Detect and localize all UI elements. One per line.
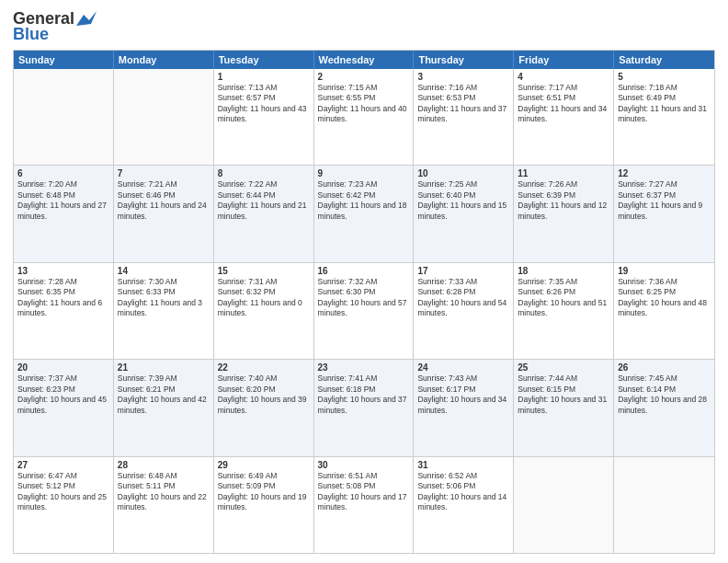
day-info: Sunrise: 7:27 AM Sunset: 6:37 PM Dayligh… [618,179,702,220]
day-info: Sunrise: 7:39 AM Sunset: 6:21 PM Dayligh… [118,373,207,414]
day-number: 1 [218,72,310,82]
calendar-cell: 16Sunrise: 7:32 AM Sunset: 6:30 PM Dayli… [314,263,415,359]
calendar-cell: 3Sunrise: 7:16 AM Sunset: 6:53 PM Daylig… [414,69,514,165]
logo-bird-icon [76,11,97,26]
calendar-cell: 30Sunrise: 6:51 AM Sunset: 5:08 PM Dayli… [314,457,415,553]
calendar-cell: 12Sunrise: 7:27 AM Sunset: 6:37 PM Dayli… [614,166,714,261]
calendar-cell: 20Sunrise: 7:37 AM Sunset: 6:23 PM Dayli… [14,360,114,455]
calendar-cell: 19Sunrise: 7:36 AM Sunset: 6:25 PM Dayli… [614,263,714,359]
day-info: Sunrise: 7:17 AM Sunset: 6:51 PM Dayligh… [518,83,607,123]
day-info: Sunrise: 7:45 AM Sunset: 6:14 PM Dayligh… [618,373,707,414]
weekday-header-tuesday: Tuesday [214,51,314,69]
calendar-row-2: 6Sunrise: 7:20 AM Sunset: 6:48 PM Daylig… [14,165,714,261]
day-number: 22 [218,362,310,373]
day-info: Sunrise: 6:48 AM Sunset: 5:11 PM Dayligh… [118,471,207,511]
day-number: 14 [118,266,210,276]
calendar-cell: 28Sunrise: 6:48 AM Sunset: 5:11 PM Dayli… [114,457,214,553]
day-info: Sunrise: 7:41 AM Sunset: 6:18 PM Dayligh… [318,373,407,414]
calendar-cell: 7Sunrise: 7:21 AM Sunset: 6:46 PM Daylig… [114,166,214,261]
day-info: Sunrise: 7:26 AM Sunset: 6:39 PM Dayligh… [518,179,607,220]
day-number: 18 [518,266,609,276]
day-number: 11 [518,168,609,178]
calendar-cell: 29Sunrise: 6:49 AM Sunset: 5:09 PM Dayli… [214,457,314,553]
day-info: Sunrise: 7:32 AM Sunset: 6:30 PM Dayligh… [318,277,407,317]
calendar-cell: 21Sunrise: 7:39 AM Sunset: 6:21 PM Dayli… [114,360,214,455]
day-number: 29 [218,460,310,470]
day-number: 25 [518,362,609,373]
day-info: Sunrise: 7:22 AM Sunset: 6:44 PM Dayligh… [218,179,307,220]
day-number: 24 [417,362,509,373]
calendar-row-4: 20Sunrise: 7:37 AM Sunset: 6:23 PM Dayli… [14,359,714,455]
logo-blue: Blue [13,25,49,44]
day-number: 12 [618,168,711,178]
day-number: 19 [618,266,711,276]
calendar-header: SundayMondayTuesdayWednesdayThursdayFrid… [14,51,714,69]
day-info: Sunrise: 6:49 AM Sunset: 5:09 PM Dayligh… [218,471,307,511]
calendar-cell: 4Sunrise: 7:17 AM Sunset: 6:51 PM Daylig… [514,69,614,165]
calendar-cell: 2Sunrise: 7:15 AM Sunset: 6:55 PM Daylig… [314,69,415,165]
calendar-cell: 9Sunrise: 7:23 AM Sunset: 6:42 PM Daylig… [314,166,415,261]
day-number: 15 [218,266,310,276]
day-number: 30 [318,460,410,470]
calendar-cell: 24Sunrise: 7:43 AM Sunset: 6:17 PM Dayli… [414,360,514,455]
day-number: 20 [17,362,109,373]
calendar-body: 1Sunrise: 7:13 AM Sunset: 6:57 PM Daylig… [14,69,714,553]
day-number: 31 [417,460,509,470]
day-number: 21 [118,362,210,373]
day-info: Sunrise: 7:21 AM Sunset: 6:46 PM Dayligh… [118,179,207,220]
day-info: Sunrise: 7:18 AM Sunset: 6:49 PM Dayligh… [618,83,707,123]
day-info: Sunrise: 7:35 AM Sunset: 6:26 PM Dayligh… [518,277,607,317]
day-number: 9 [318,168,410,178]
day-number: 8 [218,168,310,178]
calendar-cell: 5Sunrise: 7:18 AM Sunset: 6:49 PM Daylig… [614,69,714,165]
day-info: Sunrise: 7:28 AM Sunset: 6:35 PM Dayligh… [17,277,102,317]
day-number: 13 [17,266,109,276]
calendar-cell: 23Sunrise: 7:41 AM Sunset: 6:18 PM Dayli… [314,360,415,455]
day-info: Sunrise: 7:40 AM Sunset: 6:20 PM Dayligh… [218,373,307,414]
page: General Blue SundayMondayTuesdayWednesda… [0,0,728,563]
calendar-cell: 14Sunrise: 7:30 AM Sunset: 6:33 PM Dayli… [114,263,214,359]
day-info: Sunrise: 7:31 AM Sunset: 6:32 PM Dayligh… [218,277,302,317]
svg-marker-0 [76,11,97,26]
day-info: Sunrise: 6:47 AM Sunset: 5:12 PM Dayligh… [17,471,107,511]
weekday-header-thursday: Thursday [414,51,514,69]
calendar-cell [514,457,614,553]
calendar-cell: 8Sunrise: 7:22 AM Sunset: 6:44 PM Daylig… [214,166,314,261]
day-number: 28 [118,460,210,470]
day-info: Sunrise: 6:52 AM Sunset: 5:06 PM Dayligh… [417,471,506,511]
day-number: 23 [318,362,410,373]
calendar-cell: 31Sunrise: 6:52 AM Sunset: 5:06 PM Dayli… [414,457,514,553]
day-number: 17 [417,266,509,276]
day-number: 10 [417,168,509,178]
day-number: 5 [618,72,711,82]
calendar-cell [14,69,114,165]
calendar-cell: 11Sunrise: 7:26 AM Sunset: 6:39 PM Dayli… [514,166,614,261]
day-info: Sunrise: 7:30 AM Sunset: 6:33 PM Dayligh… [118,277,202,317]
weekday-header-sunday: Sunday [14,51,114,69]
logo: General Blue [13,9,97,44]
weekday-header-monday: Monday [114,51,214,69]
calendar-cell: 10Sunrise: 7:25 AM Sunset: 6:40 PM Dayli… [414,166,514,261]
day-number: 2 [318,72,410,82]
weekday-header-saturday: Saturday [614,51,714,69]
day-info: Sunrise: 7:43 AM Sunset: 6:17 PM Dayligh… [417,373,506,414]
calendar-row-3: 13Sunrise: 7:28 AM Sunset: 6:35 PM Dayli… [14,262,714,359]
day-info: Sunrise: 7:16 AM Sunset: 6:53 PM Dayligh… [417,83,506,123]
day-info: Sunrise: 7:23 AM Sunset: 6:42 PM Dayligh… [318,179,407,220]
header: General Blue [13,9,715,44]
day-number: 3 [417,72,509,82]
day-info: Sunrise: 7:25 AM Sunset: 6:40 PM Dayligh… [417,179,506,220]
weekday-header-wednesday: Wednesday [314,51,415,69]
calendar-cell [614,457,714,553]
calendar: SundayMondayTuesdayWednesdayThursdayFrid… [13,50,715,554]
day-info: Sunrise: 7:33 AM Sunset: 6:28 PM Dayligh… [417,277,506,317]
weekday-header-friday: Friday [514,51,614,69]
day-info: Sunrise: 6:51 AM Sunset: 5:08 PM Dayligh… [318,471,407,511]
calendar-row-1: 1Sunrise: 7:13 AM Sunset: 6:57 PM Daylig… [14,69,714,165]
calendar-cell: 18Sunrise: 7:35 AM Sunset: 6:26 PM Dayli… [514,263,614,359]
day-info: Sunrise: 7:37 AM Sunset: 6:23 PM Dayligh… [17,373,107,414]
day-number: 26 [618,362,711,373]
day-info: Sunrise: 7:20 AM Sunset: 6:48 PM Dayligh… [17,179,107,220]
calendar-cell: 6Sunrise: 7:20 AM Sunset: 6:48 PM Daylig… [14,166,114,261]
day-info: Sunrise: 7:13 AM Sunset: 6:57 PM Dayligh… [218,83,307,123]
